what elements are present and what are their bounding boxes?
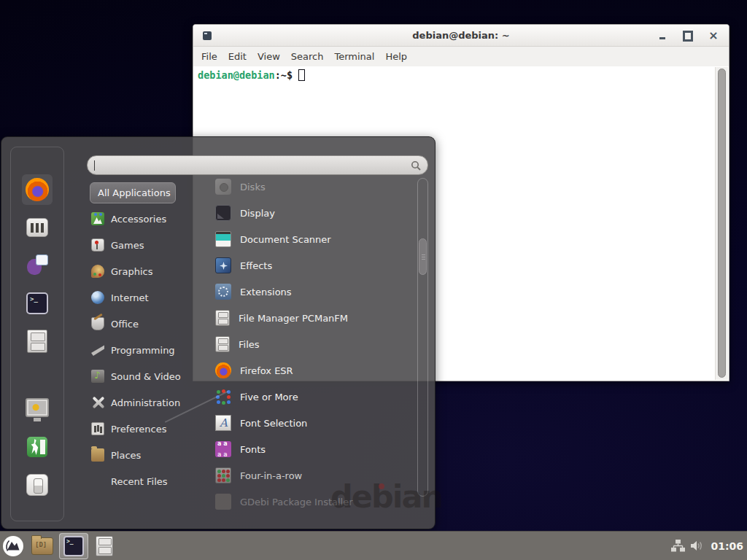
taskbar-terminal-active[interactable] [59, 533, 88, 559]
internet-icon [91, 291, 104, 304]
pidgin-icon [26, 254, 48, 276]
fonts-icon [215, 441, 231, 457]
terminal-scrollbar[interactable] [715, 67, 728, 380]
category-internet[interactable]: Internet [88, 284, 203, 311]
all-applications-button[interactable]: All Applications [90, 182, 176, 203]
app-five-or-more[interactable]: Five or More [206, 384, 414, 410]
favorite-logout[interactable] [22, 432, 53, 462]
terminal-icon [26, 292, 48, 314]
debian-watermark-red-dot [379, 483, 384, 489]
category-sound-video[interactable]: Sound & Video [88, 363, 203, 389]
file-manager-icon [215, 310, 230, 326]
taskbar-file-manager[interactable] [96, 536, 113, 556]
minimize-icon[interactable] [657, 31, 667, 41]
category-recent-files[interactable]: Recent Files [88, 468, 203, 494]
close-icon[interactable] [708, 31, 719, 41]
logout-icon [27, 437, 47, 457]
app-file-manager-pcmanfm[interactable]: File Manager PCManFM [206, 305, 414, 331]
firefox-icon [215, 362, 231, 378]
menu-icon [2, 535, 24, 557]
favorite-file-manager[interactable] [22, 326, 53, 357]
category-office[interactable]: Office [88, 311, 203, 337]
category-graphics[interactable]: Graphics [88, 258, 203, 284]
menu-item-view[interactable]: View [258, 51, 280, 62]
menu-item-search[interactable]: Search [291, 51, 324, 62]
programming-icon [91, 343, 104, 357]
favorite-lock-screen[interactable] [22, 392, 53, 423]
favorite-pidgin[interactable] [22, 250, 53, 281]
menu-button[interactable] [2, 535, 24, 557]
category-all-applications[interactable]: All Applications [88, 179, 203, 206]
effects-icon [215, 257, 231, 273]
administration-icon [91, 396, 104, 409]
display-icon [215, 205, 231, 221]
network-icon[interactable] [671, 540, 685, 552]
menu-scrollbar[interactable] [417, 178, 428, 497]
favorite-terminal[interactable] [22, 288, 53, 319]
files-icon [215, 336, 230, 352]
terminal-menubar: File Edit View Search Terminal Help [193, 47, 729, 66]
app-effects[interactable]: Effects [206, 252, 414, 279]
prompt-path: :~$ [275, 69, 293, 81]
accessories-icon [91, 212, 104, 225]
menu-item-edit[interactable]: Edit [228, 51, 247, 62]
app-fonts[interactable]: Fonts [206, 436, 414, 462]
places-icon [91, 448, 104, 462]
category-preferences[interactable]: Preferences [88, 416, 203, 442]
document-scanner-icon [215, 231, 231, 247]
search-icon [411, 160, 422, 171]
menu-scrollbar-thumb[interactable] [419, 238, 427, 275]
text-caret [94, 160, 95, 171]
preferences-icon [91, 422, 104, 435]
menu-item-terminal[interactable]: Terminal [334, 51, 374, 62]
file-manager-icon [27, 330, 47, 353]
favorite-shutdown[interactable] [22, 470, 53, 500]
debian-wallpaper-watermark: debian [330, 478, 442, 515]
taskbar-clock[interactable]: 01:06 [711, 540, 743, 552]
category-games[interactable]: Games [88, 232, 203, 258]
app-files[interactable]: Files [206, 331, 414, 357]
graphics-icon [91, 265, 104, 278]
disks-icon [215, 179, 231, 195]
category-accessories[interactable]: Accessories [88, 206, 203, 232]
taskbar: 01:06 [0, 531, 747, 560]
font-selection-icon [215, 415, 231, 431]
search-box[interactable] [87, 155, 428, 175]
application-list: Disks Display Document Scanner Effects E… [206, 174, 414, 515]
category-places[interactable]: Places [88, 442, 203, 468]
terminal-cursor [298, 69, 305, 81]
desktop-folder-launcher[interactable] [31, 537, 53, 555]
app-font-selection[interactable]: Font Selection [206, 410, 414, 436]
terminal-window-icon [203, 31, 212, 40]
menu-item-help[interactable]: Help [385, 51, 407, 62]
four-in-a-row-icon [215, 467, 231, 483]
favorite-audio-mixer[interactable] [22, 212, 53, 243]
menu-item-file[interactable]: File [201, 51, 217, 62]
prompt-user-host: debian@debian [198, 69, 275, 81]
app-extensions[interactable]: Extensions [206, 279, 414, 305]
volume-icon[interactable] [690, 540, 703, 551]
terminal-scrollbar-thumb[interactable] [718, 69, 726, 378]
terminal-window-title: debian@debian: ~ [193, 30, 729, 41]
shell-prompt: debian@debian:~$ [194, 67, 728, 81]
audio-mixer-icon [26, 218, 48, 237]
app-firefox-esr[interactable]: Firefox ESR [206, 357, 414, 384]
terminal-icon [63, 536, 84, 556]
favorites-panel [10, 147, 64, 521]
category-list: All Applications Accessories Games Graph… [88, 179, 203, 494]
extensions-icon [215, 284, 231, 300]
terminal-titlebar[interactable]: debian@debian: ~ [193, 25, 729, 47]
shutdown-icon [26, 474, 48, 496]
application-menu: All Applications Accessories Games Graph… [1, 136, 436, 529]
firefox-icon [26, 178, 49, 201]
gdebi-icon [215, 494, 231, 510]
games-icon [91, 238, 104, 252]
app-document-scanner[interactable]: Document Scanner [206, 226, 414, 252]
category-programming[interactable]: Programming [88, 337, 203, 363]
app-display[interactable]: Display [206, 200, 414, 226]
maximize-icon[interactable] [683, 31, 693, 41]
app-disks[interactable]: Disks [206, 174, 414, 200]
favorite-firefox[interactable] [22, 174, 53, 205]
screensaver-lock-icon [26, 398, 49, 417]
search-input[interactable] [94, 158, 407, 173]
